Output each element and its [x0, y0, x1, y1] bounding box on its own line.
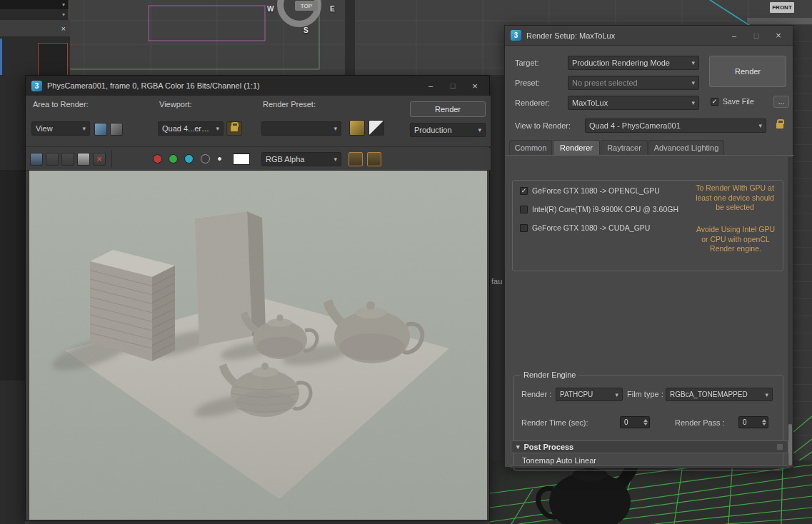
blue-channel-toggle[interactable] [184, 154, 194, 163]
alpha-channel-toggle[interactable] [217, 156, 222, 161]
spinner-arrows[interactable] [762, 419, 766, 425]
chevron-down-icon: ▾ [691, 59, 695, 66]
dialog-scrollbar[interactable] [788, 157, 793, 467]
left-panel-accent [0, 39, 2, 76]
print-image-icon[interactable] [77, 153, 90, 166]
rollout-grip-icon [777, 444, 783, 450]
rendered-frame-titlebar[interactable]: 3 PhysCamera001, frame 0, RGBA Color 16 … [26, 76, 489, 96]
close-button[interactable]: × [770, 29, 787, 42]
tab-common[interactable]: Common [509, 140, 552, 155]
maximize-button[interactable]: □ [444, 79, 461, 92]
render-preset-dropdown[interactable]: ▾ [261, 121, 341, 136]
gpu-device-label: Intel(R) Core(TM) i9-9900K CPU @ 3.60GH [532, 205, 678, 213]
rollout-triangle-icon: ▾ [516, 443, 520, 450]
compass-south-label[interactable]: S [304, 26, 309, 34]
clipped-rollout-box [511, 465, 788, 468]
gpu-device-row[interactable]: Intel(R) Core(TM) i9-9900K CPU @ 3.60GH [520, 205, 678, 213]
tab-divider [505, 155, 794, 156]
post-process-rollout-header[interactable]: ▾ Post Process [511, 440, 788, 453]
gpu-note-1: To Render With GPU at least one device s… [691, 183, 778, 213]
close-button[interactable]: × [466, 79, 483, 92]
renderer-dropdown[interactable]: MaxToLux ▾ [568, 96, 699, 110]
tab-raytracer[interactable]: Raytracer [601, 140, 648, 155]
clear-image-icon[interactable]: × [93, 153, 106, 166]
left-panel-body [0, 37, 70, 77]
edit-region-icon[interactable] [94, 123, 107, 136]
snapshot-icon[interactable] [349, 152, 363, 166]
viewport-splitter[interactable] [345, 0, 355, 84]
left-panel-dropdown-1[interactable]: ▾ [0, 0, 69, 9]
rendered-frame-window: 3 PhysCamera001, frame 0, RGBA Color 16 … [25, 75, 490, 521]
checkbox[interactable] [520, 206, 528, 213]
preset-dropdown[interactable]: No preset selected ▾ [568, 76, 699, 90]
monochrome-toggle[interactable] [201, 154, 210, 163]
viewport-label: Viewport: [159, 100, 192, 109]
gpu-device-group: ✓ GeForce GTX 1080 -> OPENCL_GPU Intel(R… [512, 180, 783, 271]
lock-view-icon[interactable] [772, 119, 788, 133]
color-swatch[interactable] [233, 153, 250, 165]
save-file-checkbox[interactable]: ✓ Save File [711, 97, 754, 106]
red-channel-toggle[interactable] [153, 154, 162, 163]
gpu-device-row[interactable]: ✓ GeForce GTX 1080 -> OPENCL_GPU [520, 186, 660, 195]
close-icon[interactable]: × [61, 24, 66, 33]
channel-display-dropdown[interactable]: RGB Alpha ▾ [261, 152, 341, 166]
left-panel-dropdown-2[interactable]: ▾ [0, 9, 69, 20]
compass-east-label[interactable]: E [330, 5, 335, 13]
compare-icon[interactable] [367, 152, 381, 166]
render-preset-label: Render Preset: [263, 100, 316, 109]
left-panel-header: × [0, 20, 70, 37]
spinner-arrows[interactable] [643, 419, 648, 425]
save-file-label: Save File [723, 97, 754, 106]
lock-viewport-icon[interactable] [226, 121, 242, 136]
view-to-render-dropdown[interactable]: Quad 4 - PhysCamera001 ▾ [585, 119, 766, 133]
render-time-label: Render Time (sec): [521, 418, 588, 427]
render-button[interactable]: Render [709, 56, 786, 87]
render-engine-group-title: Render Engine [520, 371, 579, 379]
maximize-button[interactable]: □ [748, 29, 765, 42]
viewport-dropdown[interactable]: Quad 4...era001 ▾ [158, 121, 224, 136]
minimize-button[interactable]: – [422, 79, 439, 92]
checkbox[interactable]: ✓ [711, 98, 718, 106]
render-setup-titlebar[interactable]: 3 Render Setup: MaxToLux – □ × [505, 26, 793, 46]
target-dropdown[interactable]: Production Rendering Mode ▾ [568, 56, 699, 70]
tab-renderer[interactable]: Renderer [553, 140, 600, 155]
mid-dark-column: fau [490, 75, 504, 464]
render-pass-label: Render Pass : [675, 418, 725, 427]
film-type-dropdown[interactable]: RGBcA_TONEMAPPED ▾ [666, 388, 773, 401]
front-viewport-label[interactable]: FRONT [770, 2, 794, 13]
render-pass-spinner[interactable]: 0 [738, 416, 768, 428]
left-edge-strip-dark [0, 170, 25, 381]
viewport-toolbar-strip [747, 18, 812, 24]
preset-label: Preset: [515, 79, 540, 87]
vfb-render-button[interactable]: Render [410, 101, 486, 117]
engine-render-dropdown[interactable]: PATHCPU ▾ [556, 388, 623, 401]
checkbox[interactable] [520, 224, 528, 232]
gpu-device-label: GeForce GTX 1080 -> OPENCL_GPU [532, 186, 660, 195]
area-to-render-dropdown[interactable]: View ▾ [31, 121, 90, 136]
right-sliver-grid [793, 389, 812, 460]
gamma-toggle-icon[interactable] [369, 120, 384, 136]
render-time-spinner[interactable]: 0 [620, 416, 650, 428]
render-settings-icon[interactable] [349, 120, 365, 136]
render-mode-dropdown[interactable]: Production ▾ [410, 123, 486, 137]
left-edge-strip [0, 75, 25, 524]
copy-image-icon[interactable] [46, 153, 59, 166]
chevron-down-icon: ▾ [478, 126, 481, 133]
minimize-button[interactable]: – [726, 29, 743, 42]
film-type-label: Film type : [627, 390, 663, 398]
scrollbar-thumb[interactable] [788, 424, 792, 465]
compass-top-label[interactable]: TOP [295, 1, 318, 11]
gpu-device-row[interactable]: GeForce GTX 1080 -> CUDA_GPU [520, 223, 650, 232]
auto-region-icon[interactable] [110, 123, 123, 136]
checkbox[interactable]: ✓ [520, 187, 528, 195]
tonemap-label: Tonemap Auto Linear [522, 456, 596, 465]
chevron-down-icon: ▾ [216, 125, 219, 132]
save-file-browse-button[interactable]: ... [773, 96, 789, 108]
clone-frame-icon[interactable] [61, 153, 74, 166]
save-image-icon[interactable] [30, 153, 43, 166]
tab-advanced-lighting[interactable]: Advanced Lighting [648, 140, 724, 155]
chevron-down-icon: ▾ [62, 11, 65, 18]
green-channel-toggle[interactable] [169, 154, 178, 163]
chevron-down-icon: ▾ [758, 122, 762, 129]
compass-west-label[interactable]: W [267, 5, 274, 13]
